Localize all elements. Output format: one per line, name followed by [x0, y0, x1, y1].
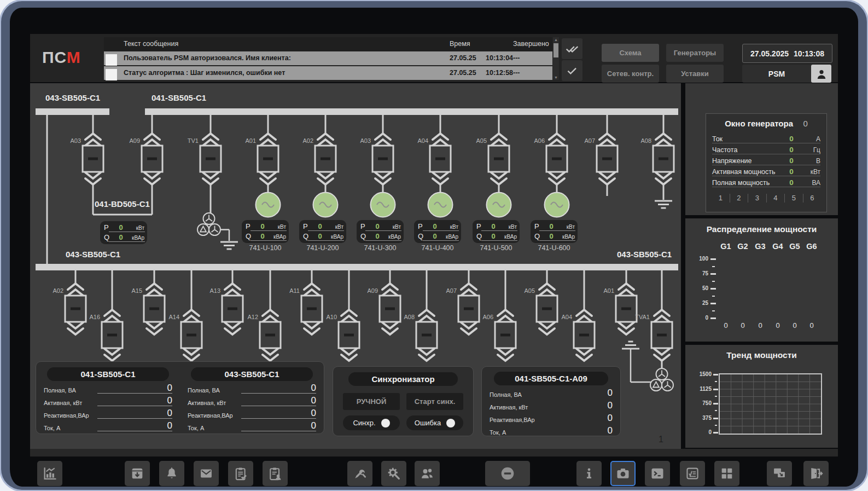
breaker-A04[interactable]: A04 [561, 270, 595, 361]
breaker-A06[interactable]: A06 [534, 115, 567, 184]
breaker-A04[interactable]: A04 [417, 115, 451, 184]
breaker-A09[interactable]: A09 [367, 270, 400, 334]
breaker-A02[interactable]: A02 [53, 270, 86, 334]
svg-text:кВт: кВт [393, 224, 401, 230]
generator-bay-741-U-400: A04P0кВтQ0кВАр741-U-400 [414, 115, 461, 252]
user-icon[interactable] [811, 65, 831, 83]
breaker-A13[interactable]: A13 [209, 270, 243, 334]
svg-text:A03: A03 [70, 137, 81, 144]
pq-readout: P0кВтQ0кВАр [473, 220, 520, 243]
breaker-A09[interactable]: A09 [129, 115, 162, 184]
svg-text:741-U-200: 741-U-200 [306, 244, 339, 252]
manual-mode-button[interactable]: РУЧНОЙ [343, 393, 400, 410]
generator-select-2[interactable]: 2 [730, 194, 748, 203]
cascade-windows-button[interactable] [767, 461, 792, 486]
message-scrollbar[interactable]: ▲ ▼ [553, 37, 559, 80]
breaker-A07[interactable]: A07 [584, 115, 617, 184]
svg-text:0: 0 [260, 232, 264, 240]
scroll-up-icon[interactable]: ▲ [553, 38, 559, 42]
breaker-A05[interactable]: A05 [476, 115, 509, 184]
breaker-A11[interactable]: A11 [289, 270, 322, 334]
block-button[interactable] [485, 461, 530, 486]
row-checkbox[interactable] [106, 54, 117, 66]
svg-text:A11: A11 [289, 287, 300, 294]
message-row[interactable]: Статус алгоритма : Шаг изменился, ошибки… [104, 66, 552, 80]
breaker-A10[interactable]: A10 [326, 270, 359, 361]
generator-select-3[interactable]: 3 [748, 194, 766, 203]
info-button[interactable] [576, 461, 602, 486]
scroll-thumb[interactable] [554, 43, 558, 57]
settings-search-button[interactable] [381, 461, 406, 486]
nav-generators-button[interactable]: Генераторы [666, 44, 724, 62]
report-check-button[interactable] [228, 461, 253, 486]
checklist-button[interactable] [680, 461, 705, 486]
mail-button[interactable] [194, 461, 219, 486]
tools-button[interactable] [347, 461, 372, 486]
terminal-button[interactable] [645, 461, 670, 486]
generator-bay-741-U-500: A05P0кВтQ0кВАр741-U-500 [473, 115, 520, 252]
breaker-A03[interactable]: A03 [70, 115, 103, 184]
bar-category-label: G4 [772, 242, 783, 251]
svg-text:741-U-300: 741-U-300 [364, 244, 396, 252]
breaker-TVA1[interactable]: TVA1 [635, 270, 672, 361]
row-checkbox[interactable] [106, 69, 117, 80]
breaker-A14[interactable]: A14 [168, 270, 202, 361]
archive-button[interactable] [125, 461, 150, 486]
breaker-A06[interactable]: A06 [482, 270, 516, 361]
nav-schema-button[interactable]: Схема [602, 44, 659, 62]
start-sync-button[interactable]: Старт синх. [406, 393, 463, 410]
alarms-button[interactable] [159, 461, 184, 486]
breaker-TV1[interactable]: TV1 [188, 115, 221, 184]
generator-5[interactable] [487, 193, 511, 217]
power-trend-chart: Тренд мощности 150011257503750 [685, 345, 838, 448]
value: 0 [554, 388, 613, 398]
y-axis-label: 0 [690, 315, 708, 321]
svg-text:0: 0 [119, 223, 123, 232]
y-major-tick [710, 303, 716, 304]
breaker-A08[interactable]: A08 [404, 270, 437, 361]
generator-6[interactable] [545, 193, 569, 217]
error-indicator: Ошибка [406, 415, 463, 430]
ack-all-button[interactable] [562, 38, 582, 59]
breaker-A07[interactable]: A07 [446, 270, 479, 334]
breaker-A03[interactable]: A03 [360, 115, 393, 184]
generator-4[interactable] [428, 193, 453, 217]
message-row[interactable]: Пользователь PSM авторизовался. Имя клие… [104, 51, 552, 65]
generator-select-4[interactable]: 4 [766, 194, 785, 203]
breaker-A05[interactable]: A05 [524, 270, 557, 334]
scroll-down-icon[interactable]: ▼ [553, 76, 559, 79]
generator-select-5[interactable]: 5 [784, 194, 803, 203]
breaker-A02[interactable]: A02 [302, 115, 336, 184]
nav-network-button[interactable]: Сетев. контр. [602, 65, 659, 83]
generator-select-1[interactable]: 1 [712, 194, 730, 203]
breaker-A15[interactable]: A15 [131, 270, 165, 334]
y-minor-tick [712, 310, 715, 311]
svg-text:A06: A06 [534, 137, 545, 144]
breaker-A16[interactable]: A16 [89, 270, 123, 361]
svg-text:P: P [476, 222, 481, 230]
generator-3[interactable] [371, 193, 395, 217]
screenshot-button[interactable] [610, 461, 636, 486]
svg-text:A15: A15 [131, 287, 142, 294]
svg-text:041-SB505-C1: 041-SB505-C1 [152, 93, 206, 102]
generator-1[interactable] [256, 193, 281, 217]
breaker-A12[interactable]: A12 [247, 270, 281, 361]
y-minor-tick [712, 281, 715, 282]
statistics-button[interactable] [37, 461, 62, 486]
pq-readout: P0кВтQ0кВАр [299, 220, 346, 243]
y-major-tick [713, 418, 718, 419]
breaker-A01[interactable]: A01 [603, 270, 637, 334]
ack-button[interactable] [562, 60, 582, 81]
user-box[interactable]: PSM [742, 65, 831, 83]
grid-view-button[interactable] [714, 461, 739, 486]
exit-button[interactable] [803, 461, 829, 486]
breaker-A08[interactable]: A08 [640, 115, 674, 184]
value: 0 [554, 426, 613, 436]
report-user-button[interactable] [263, 461, 288, 486]
breaker-A01[interactable]: A01 [245, 115, 278, 184]
nav-setpoints-button[interactable]: Уставки [666, 65, 724, 83]
generator-2[interactable] [313, 193, 338, 217]
svg-text:0: 0 [549, 222, 553, 230]
generator-select-6[interactable]: 6 [803, 194, 822, 203]
users-button[interactable] [415, 461, 440, 486]
